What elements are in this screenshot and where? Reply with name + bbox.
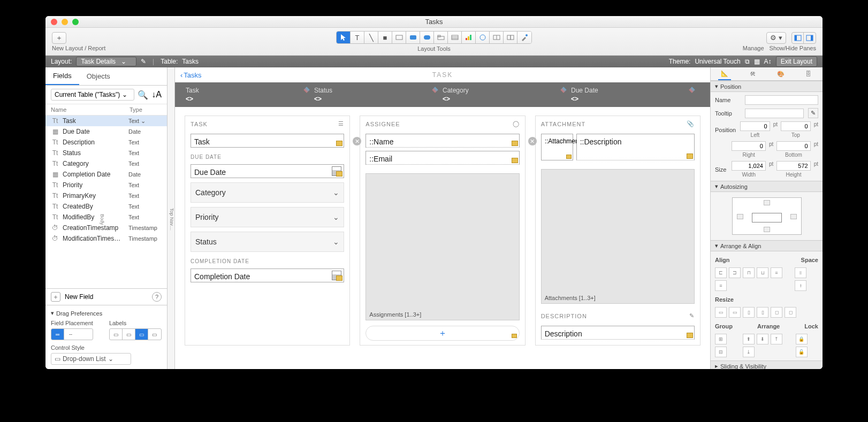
field-placement-seg[interactable]: ═╌ — [51, 328, 93, 340]
align-buttons[interactable]: ⊏⊐⊓⊔≡≡ — [715, 267, 789, 291]
header-column[interactable]: Category<> — [443, 87, 571, 103]
minimize-window-button[interactable] — [62, 19, 68, 25]
format-painter-button[interactable] — [517, 32, 531, 43]
insp-tooltip-input[interactable] — [745, 109, 804, 118]
due-date-field[interactable]: Due Date — [191, 164, 344, 178]
text-ruler-icon[interactable]: A↕ — [764, 58, 772, 65]
field-row[interactable]: TtStatusText — [45, 148, 167, 158]
layout-canvas-wrap[interactable]: ‹ Tasks TASK Task<>Status<>Category<>Due… — [175, 67, 710, 369]
list-icon[interactable]: ☰ — [338, 120, 344, 127]
assignments-portal[interactable]: Assignments [1..3+] — [366, 173, 519, 320]
search-icon[interactable]: 🔍 — [138, 90, 148, 100]
insp-arrange-header[interactable]: Arrange & Align — [720, 243, 761, 249]
left-pane-toggle[interactable] — [792, 33, 804, 43]
header-column[interactable]: Due Date<> — [571, 87, 699, 103]
attachment-description-field[interactable]: ::Description — [576, 134, 695, 160]
zoom-window-button[interactable] — [72, 19, 79, 25]
lock-buttons[interactable]: 🔒🔓 — [796, 334, 818, 357]
field-row[interactable]: TtPriorityText — [45, 180, 167, 190]
insp-name-input[interactable] — [745, 95, 818, 105]
insp-position-header[interactable]: Position — [720, 83, 741, 90]
part-tool-button[interactable] — [504, 32, 517, 43]
field-row[interactable]: TtDescriptionText — [45, 137, 167, 148]
resize-buttons[interactable]: ▭▭▯▯◻◻ — [715, 307, 818, 318]
field-row[interactable]: ⏱ModificationTimes…Timestamp — [45, 233, 167, 244]
tab-objects[interactable]: Objects — [79, 67, 118, 85]
portal-tool-button[interactable] — [448, 32, 462, 43]
web-viewer-tool-button[interactable] — [476, 32, 490, 43]
space-buttons[interactable]: ⫴⫲ — [795, 267, 818, 291]
autosizing-control[interactable] — [732, 197, 802, 235]
field-row[interactable]: ▦Completion DateDate — [45, 169, 167, 180]
help-icon[interactable]: ? — [152, 292, 162, 302]
chart-tool-button[interactable] — [462, 32, 476, 43]
insp-sliding-header[interactable]: Sliding & Visibility — [720, 363, 766, 370]
field-picker-tool-button[interactable] — [490, 32, 504, 43]
back-button[interactable]: ‹ Tasks — [180, 71, 202, 79]
button-tool-button[interactable] — [406, 32, 420, 43]
priority-field[interactable]: Priority⌄ — [191, 207, 344, 227]
field-row[interactable]: TtCreatedByText — [45, 201, 167, 212]
inspector-tab-appearance[interactable]: 🎨 — [774, 67, 787, 80]
insp-top-input[interactable] — [781, 121, 811, 131]
arrange-buttons[interactable]: ⬆⬇⤒⤓ — [743, 334, 790, 357]
field-row[interactable]: TtTaskText ⌄ — [45, 116, 167, 126]
assignee-email-field[interactable]: ::Email — [366, 151, 519, 165]
delete-row-button[interactable]: ✕ — [353, 137, 361, 145]
layout-canvas[interactable]: ‹ Tasks TASK Task<>Status<>Category<>Due… — [175, 67, 710, 369]
add-field-button[interactable]: ＋ — [51, 292, 60, 302]
edit-layout-button[interactable]: ✎ — [141, 58, 146, 65]
field-row[interactable]: TtCategoryText — [45, 158, 167, 169]
close-window-button[interactable] — [51, 19, 57, 25]
touch-icon[interactable]: ▦ — [754, 58, 760, 65]
part-body[interactable]: Body — [100, 214, 105, 225]
add-assignee-button[interactable]: ＋ — [366, 326, 519, 341]
insp-autosizing-header[interactable]: Autosizing — [720, 183, 748, 190]
tab-control-tool-button[interactable] — [434, 32, 448, 43]
sort-icon[interactable]: ↓A — [151, 90, 162, 99]
insp-bottom-input[interactable] — [776, 141, 810, 151]
insp-right-input[interactable] — [732, 141, 765, 151]
layout-dropdown[interactable]: Task Details ⌄ — [76, 57, 136, 66]
field-row[interactable]: TtModifiedByText — [45, 212, 167, 222]
exit-layout-button[interactable]: Exit Layout — [776, 56, 817, 67]
field-row[interactable]: ⏱CreationTimestampTimestamp — [45, 222, 167, 233]
status-field[interactable]: Status⌄ — [191, 232, 344, 252]
insp-left-input[interactable] — [740, 121, 770, 131]
new-layout-button[interactable]: ＋ — [52, 32, 66, 44]
manage-button[interactable]: ⚙ ▾ — [766, 32, 786, 44]
right-pane-toggle[interactable] — [804, 33, 816, 43]
assignee-name-field[interactable]: ::Name — [366, 134, 519, 148]
delete-attachment-button[interactable]: ✕ — [528, 137, 537, 145]
task-field[interactable]: Task — [191, 134, 344, 148]
rectangle-tool-button[interactable]: ■ — [378, 32, 392, 43]
field-row[interactable]: ▦Due DateDate — [45, 126, 167, 137]
screen-icon[interactable]: ⧉ — [745, 58, 750, 65]
labels-seg[interactable]: ▭▭▭▭ — [109, 328, 162, 340]
description-field[interactable]: Description — [541, 326, 695, 340]
header-column[interactable]: Status<> — [314, 87, 443, 103]
insp-width-input[interactable] — [732, 161, 765, 171]
group-buttons[interactable]: ⊞⊟ — [715, 334, 737, 357]
field-tool-button[interactable] — [392, 32, 406, 43]
header-column[interactable]: Task<> — [186, 87, 314, 103]
popover-button-tool[interactable] — [420, 32, 434, 43]
titlebar[interactable]: Tasks — [45, 16, 823, 28]
field-row[interactable]: TtPrimaryKeyText — [45, 190, 167, 201]
inspector-tab-position[interactable]: 📐 — [718, 67, 731, 80]
tooltip-edit-button[interactable]: ✎ — [808, 108, 818, 118]
completion-date-field[interactable]: Completion Date — [191, 268, 344, 282]
insp-height-input[interactable] — [776, 161, 810, 171]
attachment-container-field[interactable]: ::Attachment — [541, 134, 573, 160]
category-field[interactable]: Category⌄ — [191, 182, 344, 203]
inspector-tab-styles[interactable]: 🛠 — [746, 67, 759, 80]
table-selector[interactable]: Current Table ("Tasks") ⌄ — [51, 89, 134, 101]
edit-icon[interactable]: ✎ — [689, 312, 695, 319]
tab-fields[interactable]: Fields — [45, 67, 79, 85]
control-style-dropdown[interactable]: ▭ Drop-down List ⌄ — [51, 353, 131, 365]
part-top-nav[interactable]: Top Nav… — [169, 208, 174, 231]
text-tool-button[interactable]: T — [351, 32, 364, 43]
inspector-tab-data[interactable]: 🗄 — [802, 67, 815, 80]
line-tool-button[interactable]: ╲ — [364, 32, 378, 43]
selection-tool-button[interactable] — [337, 32, 351, 43]
